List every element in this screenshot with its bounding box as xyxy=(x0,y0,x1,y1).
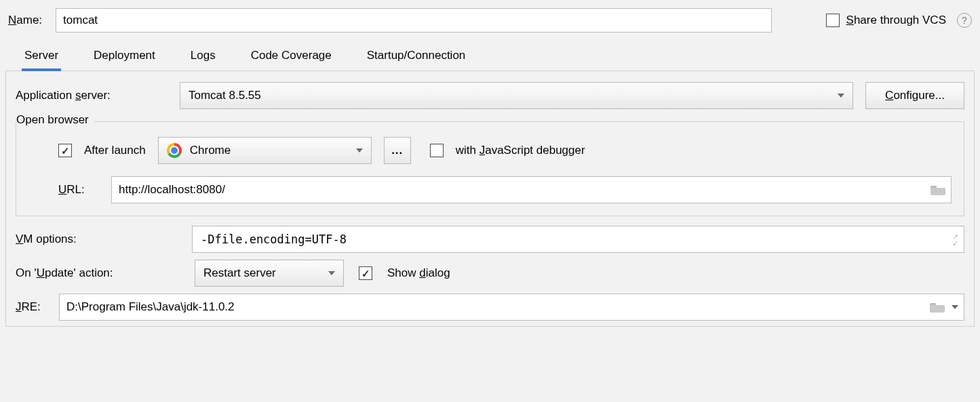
name-input[interactable] xyxy=(56,8,771,33)
browser-options-button[interactable]: ... xyxy=(384,137,411,164)
tabs: Server Deployment Logs Code Coverage Sta… xyxy=(5,38,975,71)
on-update-value: Restart server xyxy=(203,266,276,280)
browser-value: Chrome xyxy=(190,144,231,157)
tab-server[interactable]: Server xyxy=(24,45,58,71)
js-debugger-label: with JavaScript debugger xyxy=(456,144,585,157)
help-icon[interactable]: ? xyxy=(957,13,972,28)
chevron-down-icon[interactable] xyxy=(952,305,958,309)
jre-input[interactable] xyxy=(66,300,930,314)
application-server-value: Tomcat 8.5.55 xyxy=(189,89,261,102)
expand-icon[interactable]: ↗↙ xyxy=(952,234,958,245)
share-vcs-checkbox[interactable] xyxy=(826,14,840,27)
folder-icon[interactable] xyxy=(930,184,945,195)
name-label: Name: xyxy=(8,14,42,27)
js-debugger-checkbox[interactable] xyxy=(430,144,444,157)
chevron-down-icon xyxy=(838,94,844,98)
tab-deployment[interactable]: Deployment xyxy=(94,45,155,71)
url-input[interactable] xyxy=(119,183,930,197)
configure-button[interactable]: Configure... xyxy=(865,82,964,109)
open-browser-group: Open browser After launch Chrome ... wit… xyxy=(16,121,964,216)
show-dialog-label: Show dialog xyxy=(387,266,450,280)
application-server-dropdown[interactable]: Tomcat 8.5.55 xyxy=(180,82,853,109)
vm-options-label: VM options: xyxy=(16,233,180,246)
tab-logs[interactable]: Logs xyxy=(191,45,216,71)
jre-label: JRE: xyxy=(16,300,47,314)
browser-dropdown[interactable]: Chrome xyxy=(158,137,372,164)
on-update-dropdown[interactable]: Restart server xyxy=(195,260,344,287)
chevron-down-icon xyxy=(356,148,363,153)
folder-icon[interactable] xyxy=(930,302,945,313)
after-launch-checkbox[interactable] xyxy=(58,144,72,157)
show-dialog-checkbox[interactable] xyxy=(359,266,372,280)
open-browser-legend: Open browser xyxy=(16,113,94,127)
server-panel: Application server: Tomcat 8.5.55 Config… xyxy=(5,71,975,327)
tab-code-coverage[interactable]: Code Coverage xyxy=(251,45,332,71)
application-server-label: Application server: xyxy=(16,89,168,102)
chevron-down-icon xyxy=(328,271,335,275)
jre-input-wrap xyxy=(59,294,964,321)
share-vcs-label: Share through VCS xyxy=(846,14,946,27)
url-label: URL: xyxy=(58,183,96,197)
after-launch-label: After launch xyxy=(84,144,146,157)
on-update-label: On 'Update' action: xyxy=(16,266,180,280)
tab-startup-connection[interactable]: Startup/Connection xyxy=(367,45,466,71)
vm-options-input[interactable] xyxy=(201,233,952,246)
vm-options-wrap: ↗↙ xyxy=(192,226,964,253)
url-input-wrap xyxy=(111,176,952,203)
chrome-icon xyxy=(167,143,182,158)
